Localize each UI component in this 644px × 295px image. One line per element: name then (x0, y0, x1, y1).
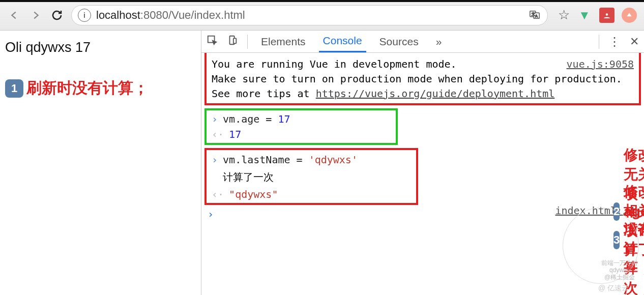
svg-text:文: 文 (532, 11, 535, 16)
back-button[interactable] (7, 8, 21, 22)
return-icon: ‹· (212, 127, 224, 142)
cmd1: vm.age = (223, 113, 278, 125)
inspect-element-icon[interactable] (207, 35, 218, 48)
extension-icon[interactable] (599, 8, 614, 23)
browser-toolbar: i localhost:8080/Vue/index.html 文A ☆ ▼ (0, 0, 644, 31)
vue-warning-message: You are running Vue in development mode.… (212, 57, 634, 101)
watermark-author: 前端一万小时 qdywxs @稀土掘金 (601, 259, 638, 281)
highlight-region-3: › vm.lastName = 'qdywxs' 计算了一次 ‹· "qdywx… (204, 148, 418, 205)
tab-sources[interactable]: Sources (375, 31, 423, 52)
annotation-1: 1 刷新时没有计算； (5, 78, 196, 99)
watermark-site: @ 亿速云 (598, 284, 629, 293)
svg-point-4 (606, 13, 608, 16)
translate-icon[interactable]: 文A (529, 9, 541, 21)
console-body: top▼ Default levels ▼ Group simil You ar… (201, 53, 644, 295)
badge-1: 1 (5, 79, 23, 98)
msg1-c: See more tips at (212, 87, 316, 100)
msg1-b: Make sure to turn on production mode whe… (212, 73, 622, 85)
site-info-icon[interactable]: i (78, 9, 91, 22)
cmd1-val: 17 (278, 113, 290, 125)
page-viewport: Oli qdywxs 17 1 刷新时没有计算； (0, 31, 201, 295)
devtools-panel: Elements Console Sources » ⋮ ✕ top▼ Defa… (201, 31, 644, 295)
svg-rect-8 (233, 38, 237, 43)
source-link-vuejs[interactable]: vue.js:9058 (567, 57, 634, 72)
console-input-2: › vm.lastName = 'qdywxs' (212, 152, 411, 167)
devtools-close-icon[interactable]: ✕ (630, 35, 639, 48)
msg1-a: You are running Vue in development mode. (212, 58, 457, 70)
cmd2b: 'qdywxs' (309, 154, 358, 166)
tab-console[interactable]: Console (319, 31, 366, 52)
return-icon: ‹· (212, 187, 224, 202)
tab-elements[interactable]: Elements (257, 31, 310, 52)
annotation-1-text: 刷新时没有计算； (26, 78, 149, 99)
svg-marker-5 (627, 13, 631, 16)
url-path: /Vue/index.html (168, 9, 245, 22)
url-port: :8080 (140, 9, 168, 22)
devtools-tabbar: Elements Console Sources » ⋮ ✕ (201, 31, 644, 53)
url-host: localhost (96, 9, 140, 22)
address-bar[interactable]: i localhost:8080/Vue/index.html 文A (71, 5, 548, 25)
highlight-region-2: › vm.age = 17 ‹· 17 (204, 108, 398, 145)
content-area: Oli qdywxs 17 1 刷新时没有计算； Elements Consol… (0, 31, 644, 295)
prompt-icon: › (212, 111, 218, 127)
badge-3: 3 (613, 231, 620, 249)
page-text: Oli qdywxs 17 (5, 40, 196, 55)
console-return-1: ‹· 17 (212, 127, 391, 142)
ret2: "qdywxs" (229, 187, 278, 202)
vue-deployment-link[interactable]: https://vuejs.org/guide/deployment.html (316, 87, 555, 100)
forward-button[interactable] (28, 8, 43, 22)
ret1: 17 (229, 127, 241, 142)
console-input-1: › vm.age = 17 (212, 111, 391, 127)
highlight-region-1: top▼ Default levels ▼ Group simil You ar… (204, 53, 641, 105)
vue-devtools-ext-icon[interactable]: ▼ (577, 8, 592, 23)
reload-button[interactable] (50, 8, 64, 22)
bookmark-star-icon[interactable]: ☆ (558, 7, 570, 23)
prompt-icon: › (212, 152, 218, 167)
console-log-2: 计算了一次 (212, 167, 411, 187)
console-return-2: ‹· "qdywxs" (212, 187, 411, 202)
tab-more[interactable]: » (432, 31, 446, 52)
devtools-menu-icon[interactable]: ⋮ (608, 35, 621, 49)
cmd2a: vm.lastName = (223, 154, 309, 166)
profile-avatar-icon[interactable] (622, 8, 637, 23)
svg-text:A: A (535, 13, 538, 18)
log2: 计算了一次 (223, 169, 274, 185)
device-toggle-icon[interactable] (227, 35, 238, 48)
